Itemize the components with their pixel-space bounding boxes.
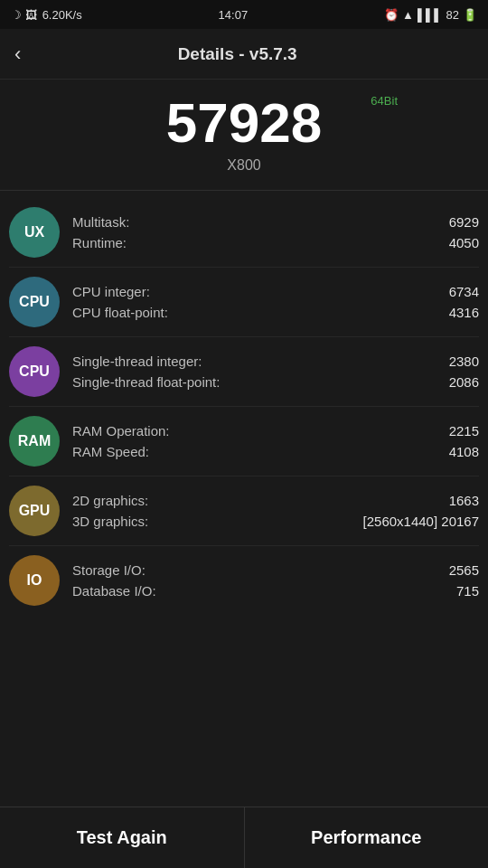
metric-value-4-1: [2560x1440] 20167 [363, 514, 479, 529]
metric-label-3-0: RAM Operation: [72, 423, 170, 439]
metric-label-1-1: CPU float-point: [72, 305, 168, 320]
metric-value-1-1: 4316 [449, 305, 479, 320]
metric-label-4-0: 2D graphics: [72, 493, 148, 508]
metric-value-2-1: 2086 [449, 374, 479, 390]
metric-value-3-1: 4108 [449, 444, 479, 459]
metric-label-1-0: CPU integer: [72, 284, 150, 299]
metric-label-3-1: RAM Speed: [72, 444, 149, 459]
metrics-group-2: Single-thread integer:2380Single-thread … [72, 354, 479, 390]
divider-top [0, 190, 488, 191]
metric-label-2-1: Single-thread float-point: [72, 374, 220, 390]
status-time: 14:07 [219, 8, 249, 22]
test-again-button[interactable]: Test Again [0, 807, 245, 868]
metrics-group-4: 2D graphics:16633D graphics:[2560x1440] … [72, 493, 479, 529]
battery-icon: 🔋 [463, 8, 477, 22]
metric-line-3-1: RAM Speed:4108 [72, 444, 479, 459]
metric-value-5-0: 2565 [449, 562, 479, 578]
metrics-group-0: Multitask:6929Runtime:4050 [72, 214, 479, 250]
metric-label-4-1: 3D graphics: [72, 514, 148, 529]
metric-label-5-0: Storage I/O: [72, 562, 145, 578]
bench-row-4: GPU2D graphics:16633D graphics:[2560x144… [9, 476, 479, 546]
metrics-group-1: CPU integer:6734CPU float-point:4316 [72, 284, 479, 320]
badge-ram-3: RAM [9, 416, 60, 467]
metrics-group-3: RAM Operation:2215RAM Speed:4108 [72, 423, 479, 459]
metric-value-5-1: 715 [456, 583, 479, 599]
bench-row-1: CPUCPU integer:6734CPU float-point:4316 [9, 268, 479, 337]
metric-value-2-0: 2380 [449, 354, 479, 369]
device-name: X800 [0, 157, 488, 174]
status-bar: ☽ 🖼 6.20K/s 14:07 ⏰ ▲ ▌▌▌ 82 🔋 [0, 0, 488, 29]
battery-level: 82 [446, 8, 459, 22]
bottom-buttons: Test Again Performance [0, 807, 488, 868]
badge-cpu-2: CPU [9, 346, 60, 397]
badge-gpu-4: GPU [9, 486, 60, 536]
badge-ux-0: UX [9, 207, 60, 258]
metric-line-1-0: CPU integer:6734 [72, 284, 479, 299]
metric-line-5-0: Storage I/O:2565 [72, 562, 479, 578]
score-section: 64Bit 57928 X800 [0, 80, 488, 183]
metric-line-1-1: CPU float-point:4316 [72, 305, 479, 320]
metric-line-3-0: RAM Operation:2215 [72, 423, 479, 439]
metric-line-2-0: Single-thread integer:2380 [72, 354, 479, 369]
metric-value-4-0: 1663 [449, 493, 479, 508]
metric-value-3-0: 2215 [449, 423, 479, 439]
metric-label-5-1: Database I/O: [72, 583, 156, 599]
badge-cpu-1: CPU [9, 277, 60, 327]
header-title: Details - v5.7.3 [35, 44, 439, 64]
metric-value-0-0: 6929 [449, 214, 479, 230]
metric-value-0-1: 4050 [449, 235, 479, 250]
score-number: 57928 [0, 92, 488, 154]
alarm-icon: ⏰ [384, 8, 399, 22]
bit-label: 64Bit [371, 94, 398, 108]
metrics-group-5: Storage I/O:2565Database I/O:715 [72, 562, 479, 599]
metric-line-0-1: Runtime:4050 [72, 235, 479, 250]
metric-value-1-0: 6734 [449, 284, 479, 299]
metric-label-0-1: Runtime: [72, 235, 127, 250]
network-speed: 6.20K/s [42, 8, 82, 22]
metric-line-4-0: 2D graphics:1663 [72, 493, 479, 508]
bench-row-2: CPUSingle-thread integer:2380Single-thre… [9, 337, 479, 407]
wifi-icon: ▲ [402, 8, 414, 22]
bench-row-3: RAMRAM Operation:2215RAM Speed:4108 [9, 407, 479, 476]
metric-line-0-0: Multitask:6929 [72, 214, 479, 230]
header: ‹ Details - v5.7.3 [0, 29, 488, 80]
metric-line-5-1: Database I/O:715 [72, 583, 479, 599]
performance-button[interactable]: Performance [245, 807, 489, 868]
metric-label-0-0: Multitask: [72, 214, 129, 230]
status-icons: ☽ 🖼 [11, 8, 37, 22]
badge-io-5: IO [9, 555, 60, 606]
signal-icon: ▌▌▌ [418, 8, 443, 22]
metric-line-2-1: Single-thread float-point:2086 [72, 374, 479, 390]
bench-row-0: UXMultitask:6929Runtime:4050 [9, 198, 479, 268]
metric-label-2-0: Single-thread integer: [72, 354, 202, 369]
status-left: ☽ 🖼 6.20K/s [11, 8, 82, 22]
bench-row-5: IOStorage I/O:2565Database I/O:715 [9, 546, 479, 615]
metric-line-4-1: 3D graphics:[2560x1440] 20167 [72, 514, 479, 529]
benchmark-rows: UXMultitask:6929Runtime:4050CPUCPU integ… [0, 198, 488, 615]
back-button[interactable]: ‹ [14, 42, 21, 66]
status-right: ⏰ ▲ ▌▌▌ 82 🔋 [384, 8, 477, 22]
